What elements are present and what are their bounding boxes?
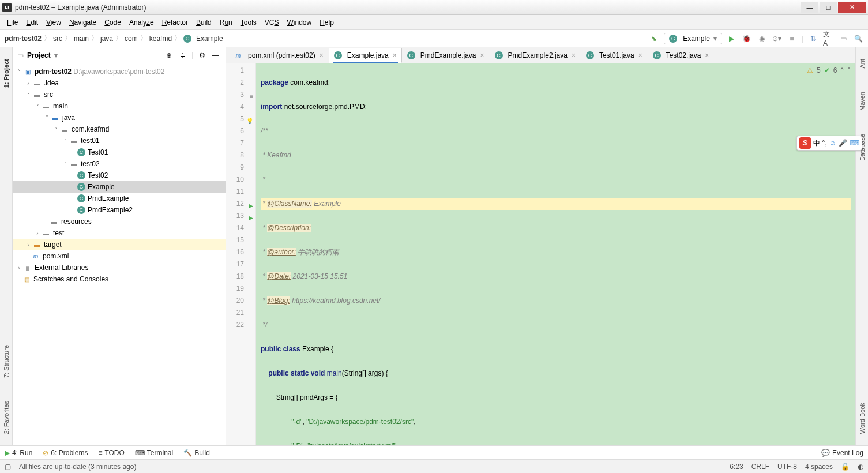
inspection-widget[interactable]: ⚠5 ✔6 ^˅	[807, 65, 851, 77]
ime-widget[interactable]: S 中 °, ☺ 🎤 ⌨	[796, 136, 862, 151]
stop-button[interactable]: ■	[787, 33, 797, 44]
tree-idea[interactable]: ›▬.idea	[13, 77, 226, 89]
menu-file[interactable]: File	[3, 17, 21, 28]
status-encoding[interactable]: UTF-8	[777, 463, 797, 471]
crumb-main[interactable]: main	[74, 35, 89, 43]
run-config-selector[interactable]: C Example ▾	[664, 33, 722, 44]
tree-test01-cls[interactable]: CTest01	[13, 147, 226, 158]
tree-pmdexample[interactable]: CPmdExample	[13, 193, 226, 204]
status-icon[interactable]: ▢	[5, 463, 11, 471]
btn-problems[interactable]: ⊘6: Problems	[43, 449, 88, 457]
btn-terminal[interactable]: ⌨Terminal	[135, 449, 173, 457]
tree-scratches[interactable]: ▧Scratches and Consoles	[13, 273, 226, 285]
tree-src[interactable]: ˅▬src	[13, 89, 226, 100]
menu-analyze[interactable]: Analyze	[126, 17, 157, 28]
ime-punct-icon[interactable]: °,	[822, 139, 827, 147]
tree-target[interactable]: ›▬target	[13, 239, 226, 250]
expand-icon[interactable]: ≑	[178, 50, 188, 61]
crumb-com[interactable]: com	[125, 35, 138, 43]
tab-structure[interactable]: 7: Structure	[3, 345, 10, 378]
tab-test02[interactable]: CTest02.java×	[648, 48, 715, 63]
gear-icon[interactable]: ⚙	[197, 50, 207, 61]
menu-code[interactable]: Code	[101, 17, 125, 28]
tab-pom[interactable]: mpom.xml (pdm-test02)×	[228, 48, 329, 63]
menu-build[interactable]: Build	[193, 17, 215, 28]
crumb-example[interactable]: Example	[196, 35, 223, 43]
close-icon[interactable]: ×	[572, 51, 576, 59]
tree-example[interactable]: CExample	[13, 181, 226, 193]
status-position[interactable]: 6:23	[730, 463, 743, 471]
ime-keyboard-icon[interactable]: ⌨	[850, 139, 859, 147]
close-icon[interactable]: ×	[480, 51, 484, 59]
menu-tools[interactable]: Tools	[237, 17, 260, 28]
debug-button[interactable]: 🐞	[742, 33, 752, 44]
project-label[interactable]: Project	[27, 51, 51, 59]
close-icon[interactable]: ×	[705, 51, 709, 59]
tree-java[interactable]: ˅▬java	[13, 112, 226, 123]
status-lock-icon[interactable]: 🔓	[841, 463, 850, 471]
profile-button[interactable]: ⊙▾	[772, 33, 782, 44]
ime-mic-icon[interactable]: 🎤	[839, 139, 847, 147]
btn-build[interactable]: 🔨Build	[183, 449, 210, 457]
ime-lang[interactable]: 中	[813, 138, 820, 148]
tab-pmdexample[interactable]: CPmdExample.java×	[402, 48, 490, 63]
project-structure-button[interactable]: ▭	[838, 33, 848, 44]
hide-icon[interactable]: —	[211, 50, 221, 61]
tree-extlib[interactable]: ›⫼External Libraries	[13, 262, 226, 273]
menu-run[interactable]: Run	[216, 17, 236, 28]
close-icon[interactable]: ×	[638, 51, 642, 59]
translate-button[interactable]: 文A	[823, 33, 833, 44]
menu-edit[interactable]: Edit	[22, 17, 42, 28]
tree-pmdexample2[interactable]: CPmdExample2	[13, 204, 226, 216]
tree-test01-pkg[interactable]: ˅▬test01	[13, 135, 226, 147]
chevron-down-icon[interactable]: ▾	[54, 51, 58, 59]
status-indent[interactable]: 4 spaces	[805, 463, 833, 471]
tree-root[interactable]: ˅▣pdm-test02 D:\javaworkspace\pdm-test02	[13, 66, 226, 77]
tree-test02-pkg[interactable]: ˅▬test02	[13, 158, 226, 170]
menu-refactor[interactable]: Refactor	[159, 17, 191, 28]
crumb-project[interactable]: pdm-test02	[5, 35, 42, 43]
window-buttons: — □ ✕	[801, 2, 866, 13]
crumb-java[interactable]: java	[100, 35, 113, 43]
close-icon[interactable]: ×	[393, 51, 397, 59]
ime-emoji-icon[interactable]: ☺	[829, 139, 836, 147]
tab-wordbook[interactable]: Word Book	[859, 403, 866, 434]
menu-window[interactable]: Window	[283, 17, 315, 28]
run-config-label: Example	[683, 35, 710, 43]
search-button[interactable]: 🔍	[853, 33, 863, 44]
tab-test01[interactable]: CTest01.java×	[581, 48, 648, 63]
tab-ant[interactable]: Ant	[859, 59, 866, 69]
menu-view[interactable]: View	[43, 17, 65, 28]
build-icon[interactable]: ⬊	[649, 33, 659, 44]
menu-vcs[interactable]: VCS	[261, 17, 283, 28]
status-eol[interactable]: CRLF	[751, 463, 769, 471]
tab-pmdexample2[interactable]: CPmdExample2.java×	[490, 48, 581, 63]
coverage-button[interactable]: ◉	[757, 33, 767, 44]
crumb-keafmd[interactable]: keafmd	[149, 35, 172, 43]
status-ide-icon[interactable]: ◐	[858, 463, 863, 471]
btn-run[interactable]: ▶4: Run	[5, 449, 32, 457]
tab-maven[interactable]: Maven	[859, 92, 866, 111]
run-button[interactable]: ▶	[727, 33, 737, 44]
menu-help[interactable]: Help	[316, 17, 337, 28]
tree-test[interactable]: ›▬test	[13, 227, 226, 239]
git-button[interactable]: ⇅	[808, 33, 818, 44]
minimize-button[interactable]: —	[801, 2, 818, 13]
tree-test02-cls[interactable]: CTest02	[13, 170, 226, 181]
tree-resources[interactable]: ▬resources	[13, 216, 226, 227]
tab-example[interactable]: CExample.java×	[329, 48, 402, 63]
btn-todo[interactable]: ≡TODO	[98, 449, 124, 457]
menu-navigate[interactable]: Navigate	[66, 17, 100, 28]
maximize-button[interactable]: □	[820, 2, 837, 13]
tree-pom[interactable]: mpom.xml	[13, 250, 226, 262]
tree-pkg[interactable]: ˅▬com.keafmd	[13, 123, 226, 135]
locate-icon[interactable]: ⊕	[164, 50, 174, 61]
btn-eventlog[interactable]: 💬Event Log	[821, 449, 863, 457]
tree-main[interactable]: ˅▬main	[13, 100, 226, 112]
close-button[interactable]: ✕	[838, 2, 866, 13]
tab-favorites[interactable]: 2: Favorites	[3, 401, 10, 434]
tab-project[interactable]: 1: Project	[3, 59, 10, 88]
crumb-src[interactable]: src	[53, 35, 62, 43]
code-editor[interactable]: package com.keafmd; import net.sourcefor…	[256, 63, 855, 445]
close-icon[interactable]: ×	[320, 51, 324, 59]
